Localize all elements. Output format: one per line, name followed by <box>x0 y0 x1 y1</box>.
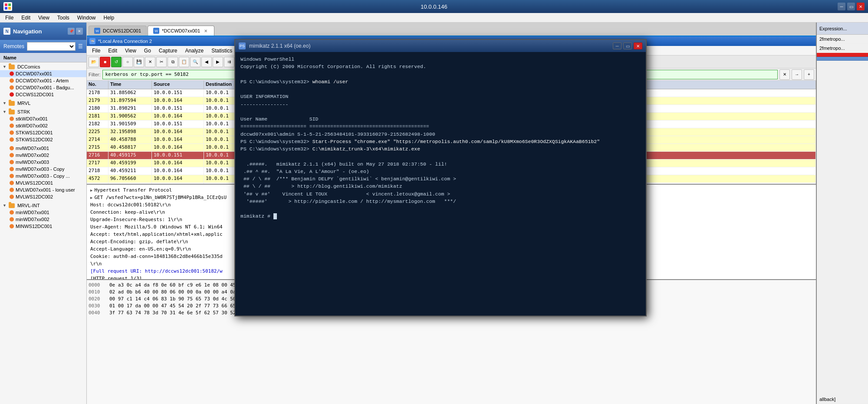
packet-cell-no: 4572 <box>87 175 108 182</box>
term-line-1: Windows PowerShell <box>240 55 641 63</box>
toolbar-next-btn[interactable]: ▶ <box>213 57 223 67</box>
term-line-col-header: User Name SID <box>240 115 641 123</box>
ws-menu-statistics[interactable]: Statistics <box>208 47 236 55</box>
toolbar-cut-btn[interactable]: ✂ <box>156 57 167 67</box>
sidebar: N Navigation 📌 ✕ Remotes ☰ Name ▼ <box>0 23 87 404</box>
ws-tab-close-2[interactable]: ✕ <box>203 28 209 34</box>
toolbar-jump-btn[interactable]: ⇉ <box>224 57 234 67</box>
ws-menu-view[interactable]: View <box>122 47 140 55</box>
ws-menu-file[interactable]: File <box>89 47 104 55</box>
tree-arrow-mrvl-int: ▼ <box>3 203 7 208</box>
tree-item-stkwd07xx001[interactable]: stkWD07xx001 <box>0 115 86 122</box>
term-line-prompt: mimikatz # <box>240 212 641 220</box>
hex-offset: 0020 <box>89 296 106 303</box>
indicator-badgu <box>10 85 14 90</box>
term-line-mimi-logo-1: .#####. mimikatz 2.1.1 (x64) built on Ma… <box>240 160 641 168</box>
tree-item-dccwd07xx001-artem[interactable]: DCCWD07xx001 - Artem <box>0 77 86 84</box>
tree-group-label-mrvl[interactable]: ▼ MRVL <box>0 100 86 107</box>
ws-window-title: *Local Area Connection 2 <box>98 39 152 44</box>
os-minimize-btn[interactable]: ─ <box>838 3 845 10</box>
filter-expression-btn[interactable]: + <box>804 69 814 80</box>
detail-text-accept-encoding: Accept-Encoding: gzip, deflate\r\n <box>90 239 188 244</box>
ws-menu-edit[interactable]: Edit <box>105 47 121 55</box>
tree-item-dccws12dc001[interactable]: DCCWS12DC001 <box>0 91 86 98</box>
indicator-minws12dc001 <box>10 224 14 228</box>
tree-item-stkws12dc001[interactable]: STKWS12DC001 <box>0 129 86 136</box>
hex-offset: 0040 <box>89 310 106 316</box>
terminal-close-btn[interactable]: ✕ <box>634 42 642 49</box>
toolbar-close-btn[interactable]: ✕ <box>145 57 155 67</box>
ws-tab-label-1: DCCWS12DC001 <box>103 28 141 33</box>
term-line-mimi-logo-3: ## / \ ## /*** Benjamin DELPY `gentilkiw… <box>240 175 641 182</box>
right-panel-item-2[interactable]: 2fmetropo... <box>817 44 868 53</box>
detail-text-upgrade: Upgrade-Insecure-Requests: 1\r\n <box>90 217 182 222</box>
tree-item-dccwd07xx001[interactable]: DCCWD07xx001 <box>0 70 86 77</box>
os-restore-btn[interactable]: ▭ <box>847 3 855 10</box>
tree-item-mvlwd07xx001[interactable]: mvlWD07xx001 <box>0 145 86 152</box>
sidebar-title: Navigation <box>13 28 42 35</box>
filter-apply-btn[interactable]: → <box>792 69 802 80</box>
remotes-label: Remotes <box>3 43 24 49</box>
ws-tab-dccws12dc001[interactable]: W DCCWS12DC001 <box>89 26 147 36</box>
tree-item-mvlwd07-longuser[interactable]: MVLWD07xx001 - long user <box>0 186 86 193</box>
tree-item-stkwd07xx002[interactable]: stkWD07xx002 <box>0 122 86 129</box>
sidebar-close-btn[interactable]: ✕ <box>76 28 83 35</box>
tree-item-dccwd07xx001-badgu[interactable]: DCCWD07xx001 - Badgu... <box>0 84 86 91</box>
toolbar-prev-btn[interactable]: ◀ <box>201 57 212 67</box>
tree-group-label-mrvl-int[interactable]: ▼ MRVL-INT <box>0 202 86 209</box>
os-close-btn[interactable]: ✕ <box>857 3 865 10</box>
menu-tools[interactable]: Tools <box>54 14 73 22</box>
terminal-minimize-btn[interactable]: ─ <box>613 42 621 49</box>
tree-item-stkws12dc002[interactable]: STKWS12DC002 <box>0 136 86 143</box>
tree-item-minwd07xx001[interactable]: minWD07xx001 <box>0 209 86 216</box>
ws-tab-dccwd07xx001[interactable]: W *DCCWD07xx001 ✕ <box>148 26 214 36</box>
app-menubar: File Edit View Tools Window Help <box>0 13 868 23</box>
toolbar-copy-btn[interactable]: ⧉ <box>168 57 178 67</box>
right-panel-red-item <box>817 53 868 57</box>
toolbar-find-btn[interactable]: 🔍 <box>190 57 201 67</box>
filter-clear-btn[interactable]: ✕ <box>779 69 790 80</box>
toolbar-stop-btn[interactable]: ■ <box>100 57 110 67</box>
ws-menu-go[interactable]: Go <box>141 47 155 55</box>
os-logo <box>3 2 12 11</box>
toolbar-open-btn[interactable]: 📂 <box>89 57 99 67</box>
tree-item-mvlws12dc002[interactable]: MVLWS12DC002 <box>0 193 86 200</box>
toolbar-restart-btn[interactable]: ↺ <box>111 57 122 67</box>
remotes-dropdown[interactable] <box>27 42 76 51</box>
right-panel-spacer <box>817 61 868 395</box>
toolbar-save-btn[interactable]: 💾 <box>134 57 144 67</box>
menu-file[interactable]: File <box>2 14 17 22</box>
remotes-add-btn[interactable]: ☰ <box>78 43 83 49</box>
terminal-restore-btn[interactable]: ▭ <box>623 42 632 49</box>
term-line-user-info: USER INFORMATION <box>240 93 641 100</box>
tree-item-mvlwd07xx003-copy2[interactable]: mvlWD07xx003 - Copy ... <box>0 173 86 179</box>
packet-cell-no: 2180 <box>87 105 108 112</box>
term-line-mimikatz-cmd: PS C:\Windows\system32> C:\mimikatz_trun… <box>240 145 641 153</box>
right-panel-item-1[interactable]: 2fmetropo... <box>817 35 868 44</box>
tree-item-mvlws12dc001[interactable]: MVLWS12DC001 <box>0 179 86 186</box>
label-mvlwd07xx003-copy2: mvlWD07xx003 - Copy ... <box>16 173 70 179</box>
toolbar-circle-btn[interactable]: ○ <box>122 57 133 67</box>
tree-group-label-strk[interactable]: ▼ STRK <box>0 108 86 115</box>
menu-help[interactable]: Help <box>100 14 118 22</box>
filter-label: Filter: <box>89 72 101 77</box>
menu-edit[interactable]: Edit <box>18 14 34 22</box>
packet-cell-src: 10.0.0.151 <box>152 89 204 97</box>
tree-item-mvlwd07xx003-copy[interactable]: mvlWD07xx003 - Copy <box>0 166 86 173</box>
menu-window[interactable]: Window <box>74 14 99 22</box>
tree-item-minwd07xx002[interactable]: minWD07xx002 <box>0 216 86 223</box>
tree-item-minws12dc001[interactable]: MINWS12DC001 <box>0 223 86 230</box>
label-stkws12dc002: STKWS12DC002 <box>16 137 53 142</box>
sidebar-pin-btn[interactable]: 📌 <box>68 28 75 35</box>
detail-text-http-req: [HTTP request 1/3] <box>90 276 142 280</box>
menu-view[interactable]: View <box>35 14 53 22</box>
tree-group-label-dccomics[interactable]: ▼ DCComics <box>0 63 86 70</box>
toolbar-paste-btn[interactable]: 📋 <box>179 57 189 67</box>
ws-menu-capture[interactable]: Capture <box>155 47 181 55</box>
tree-item-mvlwd07xx003[interactable]: mvlWD07xx003 <box>0 159 86 166</box>
tree-item-mvlwd07xx002[interactable]: mvlWD07xx002 <box>0 152 86 159</box>
indicator-stkwd07xx001 <box>10 117 14 121</box>
ws-menu-analyze[interactable]: Analyze <box>182 47 207 55</box>
terminal-controls: ─ ▭ ✕ <box>613 42 642 49</box>
right-panel-callback[interactable]: allback] <box>817 395 868 404</box>
